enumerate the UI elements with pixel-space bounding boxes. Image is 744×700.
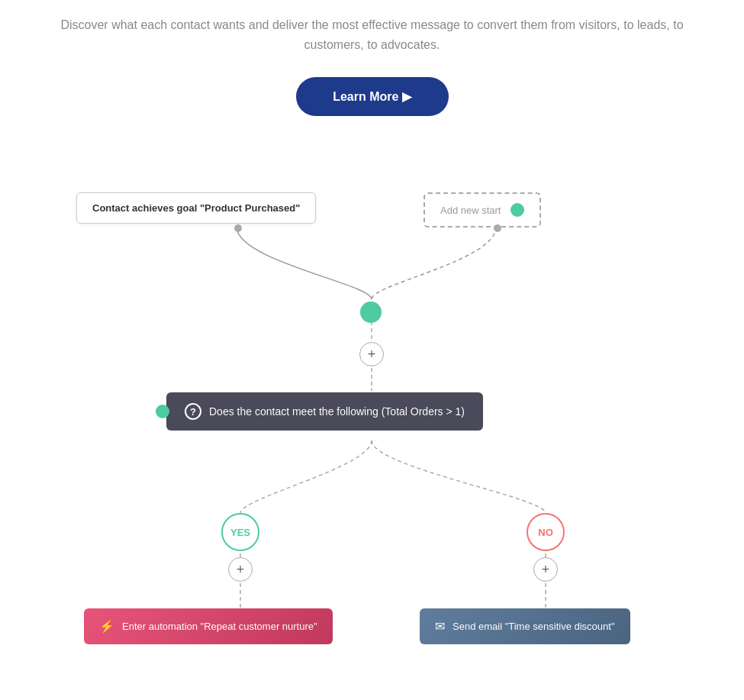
blue-action-label: Send email "Time sensitive discount"	[453, 621, 615, 632]
add-start-node[interactable]: Add new start	[424, 192, 541, 227]
yes-label: YES	[230, 527, 250, 538]
diagram-area: Contact achieves goal "Product Purchased…	[0, 139, 744, 673]
condition-node: ? Does the contact meet the following (T…	[166, 392, 483, 431]
email-icon: ✉	[435, 619, 445, 634]
add-start-label: Add new start	[440, 205, 501, 216]
blue-action-node: ✉ Send email "Time sensitive discount"	[420, 608, 630, 644]
top-plus-button[interactable]: +	[359, 342, 384, 366]
yes-circle: YES	[221, 513, 259, 551]
top-plus-icon[interactable]: +	[359, 342, 384, 366]
header-description: Discover what each contact wants and del…	[0, 0, 744, 62]
no-circle: NO	[527, 513, 565, 551]
pink-action-node: ⚡ Enter automation "Repeat customer nurt…	[84, 608, 333, 644]
add-start-green-dot	[510, 203, 524, 217]
no-label: NO	[538, 527, 553, 538]
goal-node-label: Contact achieves goal "Product Purchased…	[76, 192, 316, 224]
goal-node: Contact achieves goal "Product Purchased…	[76, 192, 316, 224]
learn-more-button[interactable]: Learn More ▶	[296, 77, 449, 116]
question-icon: ?	[185, 403, 201, 420]
condition-green-dot	[156, 405, 169, 418]
no-plus-button[interactable]: +	[533, 557, 558, 582]
merge-dot	[360, 302, 382, 323]
pink-action-label: Enter automation "Repeat customer nurtur…	[122, 621, 317, 632]
yes-plus-button[interactable]: +	[228, 557, 253, 582]
automation-icon: ⚡	[99, 619, 114, 634]
condition-label: Does the contact meet the following (Tot…	[209, 405, 465, 418]
